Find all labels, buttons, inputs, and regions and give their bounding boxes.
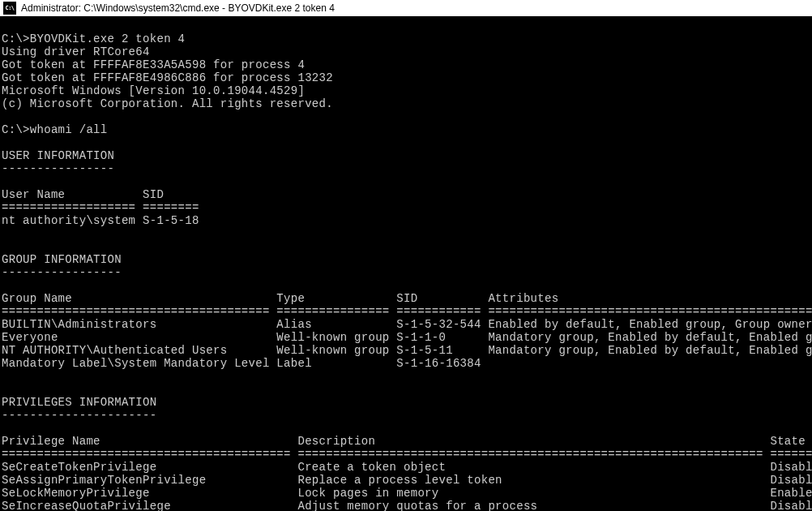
window-title: Administrator: C:\Windows\system32\cmd.e… [21,2,335,14]
cmd-icon [3,2,16,15]
titlebar[interactable]: Administrator: C:\Windows\system32\cmd.e… [0,0,812,16]
terminal-output[interactable]: C:\>BYOVDKit.exe 2 token 4 Using driver … [0,16,812,511]
